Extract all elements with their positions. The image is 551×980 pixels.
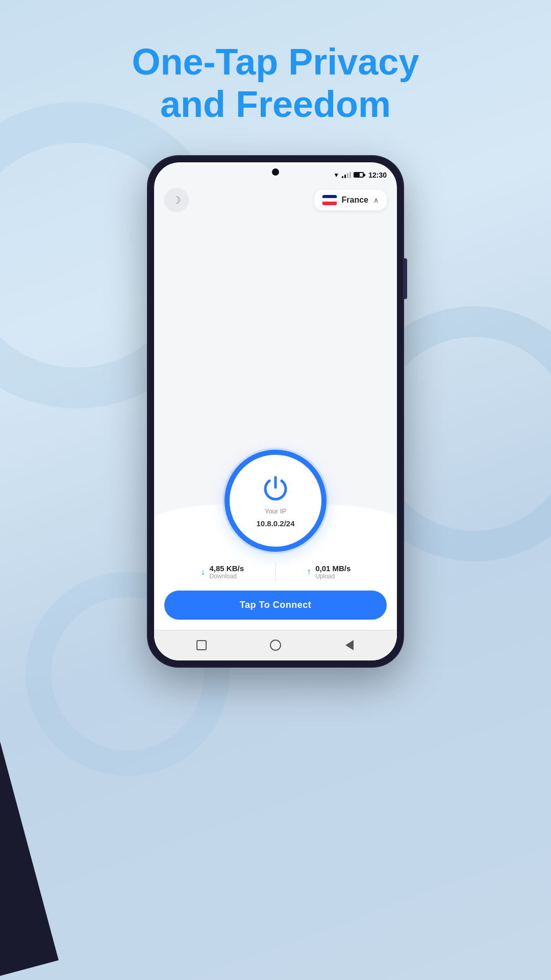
flag-blue-stripe: [322, 195, 337, 199]
wifi-icon: ▼: [333, 172, 339, 179]
download-arrow-icon: ↓: [201, 567, 205, 577]
app-header: ☽ France ∧: [154, 183, 397, 217]
power-inner: Your IP 10.8.0.2/24: [256, 473, 294, 528]
theme-button[interactable]: ☽: [164, 188, 189, 212]
home-button[interactable]: [266, 636, 285, 654]
stats-bar: ↓ 4,85 KB/s Download ↑ 0,01 MB/s Upload: [154, 562, 397, 582]
download-stat: ↓ 4,85 KB/s Download: [169, 564, 276, 580]
recents-button[interactable]: [192, 636, 211, 654]
phone-body: ▼ 12:30 ☽: [148, 156, 403, 667]
download-label: Download: [209, 573, 244, 580]
power-circle[interactable]: Your IP 10.8.0.2/24: [224, 450, 327, 552]
phone-screen: ▼ 12:30 ☽: [154, 162, 397, 660]
status-icons: ▼ 12:30: [333, 171, 387, 179]
ip-label: Your IP: [265, 507, 286, 516]
upload-info: 0,01 MB/s Upload: [315, 564, 350, 580]
camera-cutout: [272, 168, 279, 176]
upload-stat: ↑ 0,01 MB/s Upload: [276, 564, 382, 580]
chevron-up-icon: ∧: [373, 196, 379, 204]
recents-icon: [196, 640, 207, 650]
flag-white-stripe: [322, 198, 337, 202]
flag-red-stripe: [322, 202, 337, 205]
ip-address: 10.8.0.2/24: [256, 519, 294, 528]
back-button[interactable]: [340, 636, 359, 654]
battery-icon: [354, 172, 364, 178]
page-title: One-Tap Privacy and Freedom: [84, 41, 467, 126]
phone-mockup: ▼ 12:30 ☽: [148, 156, 403, 667]
home-icon: [270, 640, 281, 651]
download-info: 4,85 KB/s Download: [209, 564, 244, 580]
france-flag: [322, 195, 337, 205]
upload-arrow-icon: ↑: [307, 567, 311, 577]
moon-icon: ☽: [172, 194, 181, 206]
connect-button[interactable]: Tap To Connect: [164, 591, 387, 620]
signal-icon: [342, 172, 351, 178]
power-button-wrapper[interactable]: Your IP 10.8.0.2/24: [224, 450, 327, 552]
vpn-main-area: Your IP 10.8.0.2/24 ↓ 4,85 KB/s Download: [154, 217, 397, 630]
country-name: France: [342, 195, 368, 205]
country-selector[interactable]: France ∧: [314, 190, 387, 210]
upload-label: Upload: [315, 573, 350, 580]
download-speed: 4,85 KB/s: [209, 564, 244, 573]
upload-speed: 0,01 MB/s: [315, 564, 350, 573]
back-icon: [345, 640, 354, 650]
power-icon: [260, 473, 291, 504]
status-bar: ▼ 12:30: [154, 162, 397, 183]
nav-bar: [154, 630, 397, 660]
status-time: 12:30: [368, 171, 387, 179]
